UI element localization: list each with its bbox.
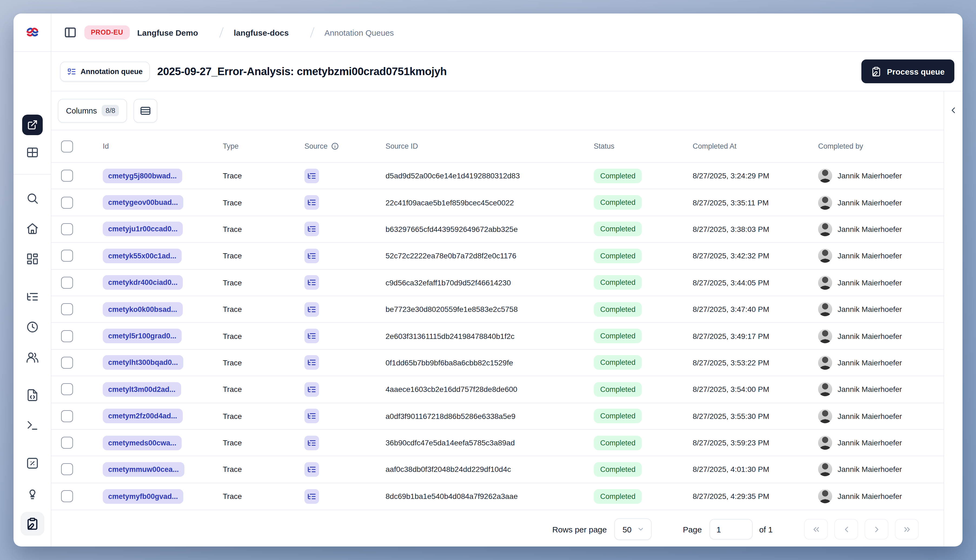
trace-source-button[interactable] bbox=[304, 275, 319, 290]
breadcrumb-org[interactable]: Langfuse Demo bbox=[137, 28, 210, 37]
table-row[interactable]: cmetymeds00cwa...Trace36b90cdfc47e5da14e… bbox=[52, 430, 944, 457]
table-row[interactable]: cmetyko0k00bsad...Tracebe7723e30d8020559… bbox=[52, 296, 944, 323]
sidebar-item-evaluation-icon[interactable] bbox=[26, 457, 38, 470]
chevron-down-icon[interactable] bbox=[292, 28, 300, 37]
table-row[interactable]: cmetylht300bqad0...Trace0f1dd65b7bb9bf6b… bbox=[52, 350, 944, 376]
page-number-input[interactable] bbox=[709, 519, 753, 540]
info-icon[interactable] bbox=[331, 142, 339, 150]
row-id-badge[interactable]: cmetygeov00buad... bbox=[103, 195, 183, 210]
queue-type-badge[interactable]: Annotation queue bbox=[60, 62, 150, 82]
row-id-badge[interactable]: cmetymeds00cwa... bbox=[103, 435, 182, 450]
chevron-down-icon[interactable] bbox=[202, 28, 210, 37]
column-header-status[interactable]: Status bbox=[587, 142, 686, 150]
table-row[interactable]: cmetyl5r100grad0...Trace2e603f31361115db… bbox=[52, 323, 944, 350]
row-checkbox[interactable] bbox=[61, 223, 73, 235]
last-page-button[interactable] bbox=[895, 519, 919, 540]
table-row[interactable]: cmetyg5j800bwad...Traced5ad9d52a00c6e14e… bbox=[52, 163, 944, 190]
column-header-source[interactable]: Source bbox=[297, 142, 379, 150]
row-id-badge[interactable]: cmetyju1r00ccad0... bbox=[103, 222, 183, 237]
table-row[interactable]: cmetygeov00buad...Trace22c41f09acae5b1ef… bbox=[52, 190, 944, 216]
row-id-badge[interactable]: cmetym2fz00d4ad... bbox=[103, 408, 182, 423]
sidebar-item-search-icon[interactable] bbox=[26, 192, 38, 205]
row-id-badge[interactable]: cmetykdr400ciad0... bbox=[103, 275, 183, 290]
sidebar-item-tables-icon[interactable] bbox=[26, 146, 38, 159]
sidebar-item-tracing-icon[interactable] bbox=[26, 290, 38, 303]
row-checkbox[interactable] bbox=[61, 357, 73, 368]
column-header-type[interactable]: Type bbox=[214, 142, 297, 150]
table-row[interactable]: cmetymyfb00gvad...Trace8dc69b1ba1e540b4d… bbox=[52, 483, 944, 510]
column-header-source-id[interactable]: Source ID bbox=[379, 142, 587, 150]
chevron-right-icon bbox=[872, 525, 881, 534]
sidebar-item-playground-icon[interactable] bbox=[26, 419, 38, 432]
collapse-panel-button[interactable] bbox=[948, 105, 958, 115]
chevron-left-icon bbox=[842, 525, 851, 534]
column-header-id[interactable]: Id bbox=[93, 142, 214, 150]
row-checkbox[interactable] bbox=[61, 463, 73, 475]
table-row[interactable]: cmetykdr400ciad0...Tracec9d56ca32efaff1b… bbox=[52, 270, 944, 296]
row-id-badge[interactable]: cmetyko0k00bsad... bbox=[103, 302, 182, 317]
external-link-icon bbox=[27, 120, 38, 130]
table-row[interactable]: cmetyju1r00ccad0...Traceb63297665cfd4439… bbox=[52, 216, 944, 243]
row-id-badge[interactable]: cmetyl5r100grad0... bbox=[103, 328, 182, 343]
column-header-completed-by[interactable]: Completed by bbox=[811, 142, 944, 150]
rows-per-page-select[interactable]: 50 bbox=[614, 518, 651, 540]
column-header-completed-at[interactable]: Completed At bbox=[686, 142, 811, 150]
environment-badge[interactable]: PROD-EU bbox=[84, 25, 130, 40]
process-queue-button[interactable]: Process queue bbox=[862, 60, 954, 83]
trace-source-button[interactable] bbox=[304, 328, 319, 343]
open-app-button[interactable] bbox=[22, 115, 42, 135]
trace-source-button[interactable] bbox=[304, 302, 319, 317]
sidebar-item-dashboards-icon[interactable] bbox=[26, 252, 38, 265]
sidebar-item-sessions-icon[interactable] bbox=[26, 320, 38, 333]
trace-source-button[interactable] bbox=[304, 435, 319, 450]
trace-source-button[interactable] bbox=[304, 382, 319, 397]
trace-source-button[interactable] bbox=[304, 408, 319, 423]
table-row[interactable]: cmetylt3m00d2ad...Trace4aaece1603cb2e16d… bbox=[52, 376, 944, 403]
page-of-label: of 1 bbox=[759, 525, 773, 534]
trace-source-button[interactable] bbox=[304, 462, 319, 477]
row-id-badge[interactable]: cmetymmuw00cea... bbox=[103, 462, 184, 477]
sidebar-toggle-icon[interactable] bbox=[64, 26, 77, 39]
table-row[interactable]: cmetyk55x00c1ad...Trace52c72c2222ea78e0b… bbox=[52, 243, 944, 270]
sidebar-item-insights-icon[interactable] bbox=[26, 487, 38, 500]
row-id-badge[interactable]: cmetylht300bqad0... bbox=[103, 355, 183, 370]
trace-source-button[interactable] bbox=[304, 222, 319, 237]
row-checkbox[interactable] bbox=[61, 410, 73, 422]
table-row[interactable]: cmetym2fz00d4ad...Tracea0df3f901167218d8… bbox=[52, 403, 944, 430]
sidebar-item-annotation-queues-icon[interactable] bbox=[26, 517, 38, 530]
row-id-badge[interactable]: cmetymyfb00gvad... bbox=[103, 489, 183, 504]
row-id-badge[interactable]: cmetylt3m00d2ad... bbox=[103, 382, 181, 397]
sidebar-item-prompts-icon[interactable] bbox=[26, 388, 38, 402]
row-id-badge[interactable]: cmetyk55x00c1ad... bbox=[103, 248, 182, 263]
sidebar-item-home-icon[interactable] bbox=[26, 222, 38, 235]
first-page-button[interactable] bbox=[804, 519, 828, 540]
row-checkbox[interactable] bbox=[61, 490, 73, 502]
row-checkbox[interactable] bbox=[61, 197, 73, 208]
status-badge: Completed bbox=[594, 302, 642, 317]
trace-source-button[interactable] bbox=[304, 195, 319, 210]
row-checkbox[interactable] bbox=[61, 170, 73, 182]
trace-source-button[interactable] bbox=[304, 355, 319, 370]
row-completed-at: 8/27/2025, 3:44:05 PM bbox=[686, 278, 811, 287]
row-height-button[interactable] bbox=[134, 98, 158, 122]
list-tree-icon bbox=[307, 225, 316, 234]
table-row[interactable]: cmetymmuw00cea...Traceaaf0c38db0f3f2048b… bbox=[52, 457, 944, 483]
select-all-checkbox[interactable] bbox=[61, 140, 73, 152]
next-page-button[interactable] bbox=[864, 519, 888, 540]
row-checkbox[interactable] bbox=[61, 383, 73, 395]
trace-source-button[interactable] bbox=[304, 248, 319, 263]
breadcrumb-separator bbox=[310, 27, 314, 38]
trace-source-button[interactable] bbox=[304, 489, 319, 504]
row-checkbox[interactable] bbox=[61, 250, 73, 262]
row-checkbox[interactable] bbox=[61, 437, 73, 448]
columns-button[interactable]: Columns 8/8 bbox=[58, 98, 127, 122]
sidebar-item-users-icon[interactable] bbox=[26, 351, 38, 364]
row-checkbox[interactable] bbox=[61, 277, 73, 288]
row-checkbox[interactable] bbox=[61, 330, 73, 342]
trace-source-button[interactable] bbox=[304, 168, 319, 183]
breadcrumb-project[interactable]: langfuse-docs bbox=[234, 28, 300, 37]
row-checkbox[interactable] bbox=[61, 303, 73, 315]
row-id-badge[interactable]: cmetyg5j800bwad... bbox=[103, 168, 182, 183]
previous-page-button[interactable] bbox=[834, 519, 858, 540]
rows-per-page-label: Rows per page bbox=[552, 525, 607, 534]
